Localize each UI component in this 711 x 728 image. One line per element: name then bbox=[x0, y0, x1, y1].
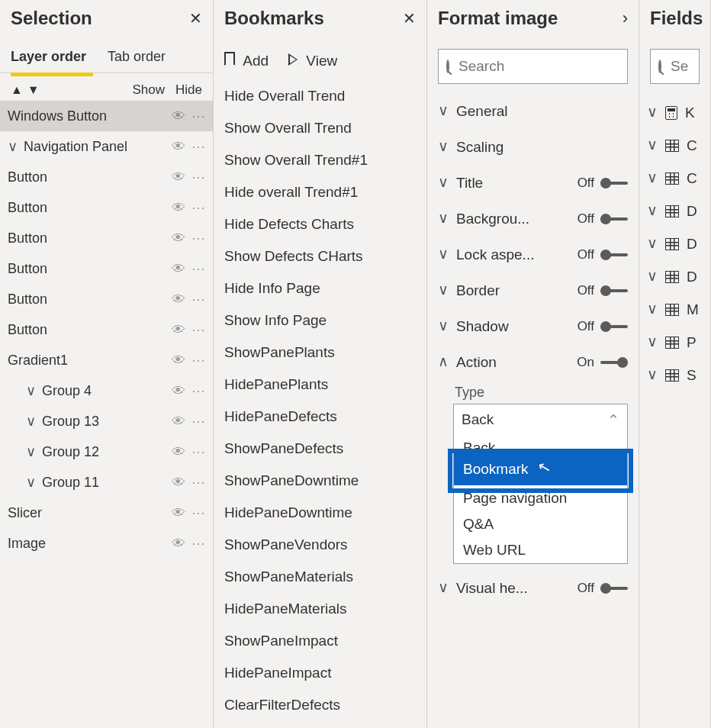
layer-row[interactable]: Image👁⋯ bbox=[0, 528, 213, 559]
visibility-icon[interactable]: 👁 bbox=[172, 322, 185, 338]
layer-row[interactable]: Button👁⋯ bbox=[0, 192, 213, 223]
bookmark-item[interactable]: ClearFilterDefects bbox=[214, 689, 426, 721]
layer-row[interactable]: Slicer👁⋯ bbox=[0, 498, 213, 528]
visibility-icon[interactable]: 👁 bbox=[172, 505, 185, 521]
field-table-row[interactable]: C bbox=[639, 162, 710, 195]
dropdown-item[interactable]: Back bbox=[454, 435, 627, 453]
visibility-icon[interactable]: 👁 bbox=[172, 353, 185, 369]
dropdown-item[interactable]: Q&A bbox=[454, 511, 627, 537]
bookmark-item[interactable]: HidePaneDefects bbox=[214, 401, 426, 433]
format-toggle[interactable]: Off bbox=[577, 319, 628, 334]
fields-search[interactable] bbox=[650, 49, 700, 84]
chevron-down-icon[interactable]: ∨ bbox=[26, 382, 36, 399]
bookmark-item[interactable]: Show Defects CHarts bbox=[214, 240, 426, 272]
layer-row[interactable]: ∨Group 4👁⋯ bbox=[0, 375, 213, 406]
format-section[interactable]: BorderOff bbox=[427, 272, 639, 308]
bookmark-item[interactable]: ShowPaneMaterials bbox=[214, 561, 426, 593]
tab-layer-order[interactable]: Layer order bbox=[11, 49, 86, 72]
bookmark-item[interactable]: ShowPaneDefects bbox=[214, 433, 426, 465]
layer-row[interactable]: ∨Navigation Panel👁⋯ bbox=[0, 131, 213, 162]
visibility-icon[interactable]: 👁 bbox=[172, 292, 185, 308]
layer-row[interactable]: ∨Group 13👁⋯ bbox=[0, 406, 213, 436]
more-icon[interactable]: ⋯ bbox=[191, 413, 207, 430]
more-icon[interactable]: ⋯ bbox=[191, 230, 207, 246]
layer-row[interactable]: ∨Group 12👁⋯ bbox=[0, 436, 213, 467]
visibility-icon[interactable]: 👁 bbox=[172, 261, 185, 277]
show-all-button[interactable]: Show bbox=[133, 82, 166, 98]
bookmark-item[interactable]: ShowPaneDowntime bbox=[214, 465, 426, 497]
format-section[interactable]: Backgrou...Off bbox=[427, 201, 639, 237]
bookmark-item[interactable]: ShowPaneImpact bbox=[214, 625, 426, 657]
format-toggle[interactable]: Off bbox=[577, 176, 628, 191]
format-toggle[interactable]: Off bbox=[577, 211, 628, 227]
format-toggle[interactable]: Off bbox=[577, 581, 628, 596]
format-section[interactable]: Scaling bbox=[427, 129, 639, 165]
more-icon[interactable]: ⋯ bbox=[191, 138, 207, 155]
bookmark-item[interactable]: Hide Info Page bbox=[214, 272, 426, 304]
format-section[interactable]: General bbox=[427, 93, 639, 129]
search-input[interactable] bbox=[457, 57, 639, 76]
layer-row[interactable]: Windows Button👁⋯ bbox=[0, 101, 213, 131]
chevron-down-icon[interactable]: ∨ bbox=[26, 443, 36, 460]
toggle-switch[interactable] bbox=[600, 217, 628, 221]
add-bookmark-button[interactable]: Add bbox=[224, 52, 269, 69]
field-table-row[interactable]: K bbox=[639, 96, 710, 129]
hide-all-button[interactable]: Hide bbox=[175, 82, 202, 98]
visibility-icon[interactable]: 👁 bbox=[172, 108, 185, 124]
visibility-icon[interactable]: 👁 bbox=[172, 169, 185, 185]
chevron-down-icon[interactable]: ∨ bbox=[26, 413, 36, 430]
close-icon[interactable]: ✕ bbox=[189, 9, 202, 27]
dropdown-item[interactable]: Web URL bbox=[454, 537, 627, 563]
bookmark-item[interactable]: ShowPanePlants bbox=[214, 337, 426, 369]
format-toggle[interactable]: Off bbox=[577, 247, 628, 263]
bookmark-item[interactable]: Show Overall Trend#1 bbox=[214, 144, 426, 176]
layer-row[interactable]: Gradient1👁⋯ bbox=[0, 345, 213, 375]
format-section[interactable]: ShadowOff bbox=[427, 308, 639, 344]
more-icon[interactable]: ⋯ bbox=[191, 291, 207, 308]
field-table-row[interactable]: D bbox=[639, 195, 710, 227]
move-down-icon[interactable]: ▼ bbox=[27, 83, 40, 97]
more-icon[interactable]: ⋯ bbox=[191, 260, 207, 277]
visibility-icon[interactable]: 👁 bbox=[172, 444, 185, 460]
format-toggle[interactable]: Off bbox=[577, 283, 628, 298]
field-table-row[interactable]: D bbox=[639, 260, 710, 293]
more-icon[interactable]: ⋯ bbox=[191, 321, 207, 338]
bookmark-item[interactable]: HidePaneMaterials bbox=[214, 593, 426, 625]
fields-search-input[interactable] bbox=[669, 57, 711, 76]
more-icon[interactable]: ⋯ bbox=[191, 535, 207, 552]
move-up-icon[interactable]: ▲ bbox=[11, 83, 23, 97]
bookmark-item[interactable]: ShowPaneVendors bbox=[214, 529, 426, 561]
more-icon[interactable]: ⋯ bbox=[191, 169, 207, 185]
visibility-icon[interactable]: 👁 bbox=[172, 230, 185, 246]
action-type-select[interactable]: Back⌃ bbox=[453, 404, 628, 436]
tab-tab-order[interactable]: Tab order bbox=[108, 49, 166, 72]
layer-row[interactable]: Button👁⋯ bbox=[0, 314, 213, 345]
bookmark-item[interactable]: HidePaneImpact bbox=[214, 657, 426, 689]
format-toggle[interactable]: On bbox=[577, 355, 628, 370]
visibility-icon[interactable]: 👁 bbox=[172, 139, 185, 155]
visibility-icon[interactable]: 👁 bbox=[172, 414, 185, 430]
bookmark-item[interactable]: Hide Overall Trend bbox=[214, 80, 426, 112]
visibility-icon[interactable]: 👁 bbox=[172, 383, 185, 399]
field-table-row[interactable]: M bbox=[639, 293, 710, 326]
toggle-switch[interactable] bbox=[600, 182, 628, 185]
bookmark-item[interactable]: HidePanePlants bbox=[214, 369, 426, 401]
toggle-switch[interactable] bbox=[600, 587, 628, 590]
field-table-row[interactable]: C bbox=[639, 129, 710, 162]
more-icon[interactable]: ⋯ bbox=[191, 382, 207, 399]
visibility-icon[interactable]: 👁 bbox=[172, 200, 185, 216]
toggle-switch[interactable] bbox=[600, 253, 628, 256]
bookmark-item[interactable]: Hide overall Trend#1 bbox=[214, 176, 426, 208]
visibility-icon[interactable]: 👁 bbox=[172, 475, 185, 491]
dropdown-item[interactable]: Page navigation bbox=[454, 485, 627, 511]
format-section[interactable]: ActionOn bbox=[427, 344, 639, 380]
visibility-icon[interactable]: 👁 bbox=[172, 536, 185, 552]
toggle-switch[interactable] bbox=[600, 361, 628, 364]
more-icon[interactable]: ⋯ bbox=[191, 443, 207, 460]
layer-row[interactable]: Button👁⋯ bbox=[0, 223, 213, 253]
more-icon[interactable]: ⋯ bbox=[191, 108, 207, 124]
bookmark-item[interactable]: Show Info Page bbox=[214, 304, 426, 337]
collapse-icon[interactable]: › bbox=[623, 8, 628, 28]
close-icon[interactable]: ✕ bbox=[403, 9, 416, 27]
more-icon[interactable]: ⋯ bbox=[191, 504, 207, 521]
